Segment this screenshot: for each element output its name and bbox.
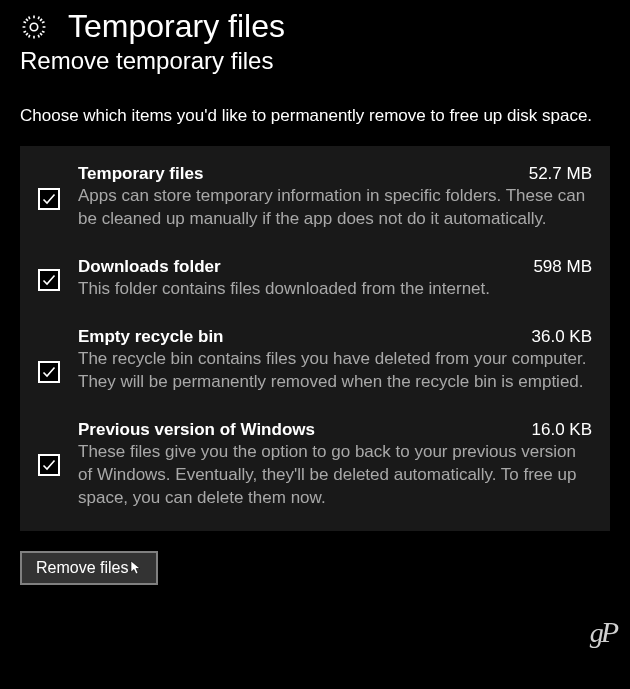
item-body: Downloads folder 598 MB This folder cont… bbox=[78, 257, 592, 301]
item-desc: These files give you the option to go ba… bbox=[78, 441, 592, 510]
item-title: Downloads folder bbox=[78, 257, 221, 277]
item-size: 36.0 KB bbox=[532, 327, 593, 347]
item-size: 16.0 KB bbox=[532, 420, 593, 440]
item-head: Empty recycle bin 36.0 KB bbox=[78, 327, 592, 347]
item-title: Temporary files bbox=[78, 164, 203, 184]
instruction-text: Choose which items you'd like to permane… bbox=[20, 105, 610, 128]
check-icon bbox=[41, 191, 57, 207]
items-panel: Temporary files 52.7 MB Apps can store t… bbox=[20, 146, 610, 532]
page-subtitle: Remove temporary files bbox=[20, 47, 610, 75]
remove-files-label: Remove files bbox=[36, 559, 128, 577]
item-downloads-folder: Downloads folder 598 MB This folder cont… bbox=[38, 257, 592, 301]
svg-point-0 bbox=[30, 23, 37, 30]
item-temporary-files: Temporary files 52.7 MB Apps can store t… bbox=[38, 164, 592, 231]
checkbox-downloads-folder[interactable] bbox=[38, 269, 60, 291]
item-body: Previous version of Windows 16.0 KB Thes… bbox=[78, 420, 592, 510]
item-size: 52.7 MB bbox=[529, 164, 592, 184]
item-body: Temporary files 52.7 MB Apps can store t… bbox=[78, 164, 592, 231]
item-head: Previous version of Windows 16.0 KB bbox=[78, 420, 592, 440]
page-title: Temporary files bbox=[68, 8, 285, 45]
gear-icon bbox=[20, 13, 48, 41]
item-desc: Apps can store temporary information in … bbox=[78, 185, 592, 231]
item-title: Empty recycle bin bbox=[78, 327, 224, 347]
cursor-icon bbox=[130, 560, 142, 576]
item-head: Temporary files 52.7 MB bbox=[78, 164, 592, 184]
checkbox-temporary-files[interactable] bbox=[38, 188, 60, 210]
button-row: Remove files bbox=[20, 551, 610, 585]
check-icon bbox=[41, 272, 57, 288]
item-previous-windows: Previous version of Windows 16.0 KB Thes… bbox=[38, 420, 592, 510]
item-desc: This folder contains files downloaded fr… bbox=[78, 278, 592, 301]
page-header: Temporary files bbox=[20, 8, 610, 45]
item-body: Empty recycle bin 36.0 KB The recycle bi… bbox=[78, 327, 592, 394]
item-head: Downloads folder 598 MB bbox=[78, 257, 592, 277]
check-icon bbox=[41, 364, 57, 380]
remove-files-button[interactable]: Remove files bbox=[20, 551, 158, 585]
item-desc: The recycle bin contains files you have … bbox=[78, 348, 592, 394]
checkbox-previous-windows[interactable] bbox=[38, 454, 60, 476]
item-title: Previous version of Windows bbox=[78, 420, 315, 440]
checkbox-recycle-bin[interactable] bbox=[38, 361, 60, 383]
watermark: gP bbox=[590, 615, 616, 649]
item-recycle-bin: Empty recycle bin 36.0 KB The recycle bi… bbox=[38, 327, 592, 394]
check-icon bbox=[41, 457, 57, 473]
item-size: 598 MB bbox=[533, 257, 592, 277]
